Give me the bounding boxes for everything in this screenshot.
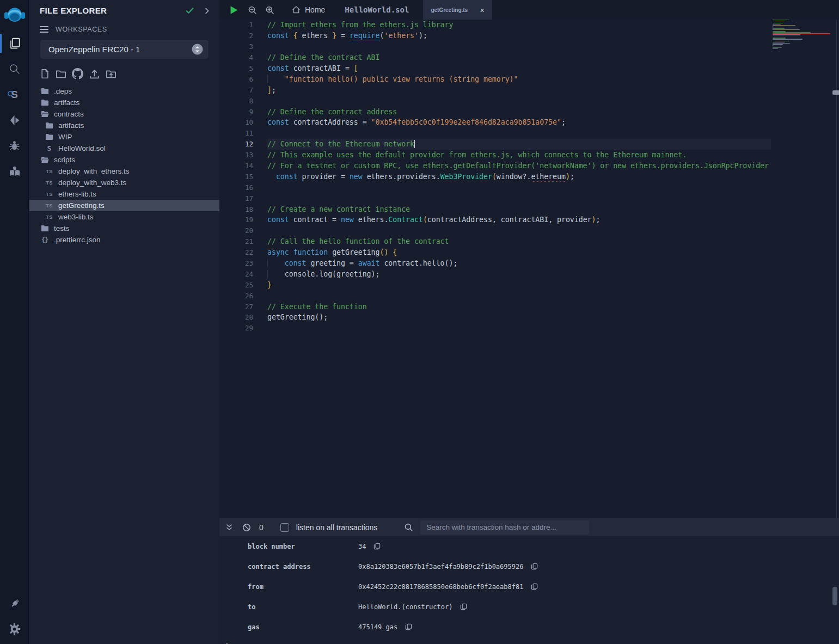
folder-icon — [40, 87, 50, 95]
terminal-header: 0 listen on all transactions — [219, 518, 839, 536]
file-tree-item-WIP[interactable]: WIP — [29, 131, 219, 143]
zoom-in-icon[interactable] — [265, 5, 274, 15]
code-line-27: 27// Execute the function — [219, 301, 771, 312]
terminal-prompt[interactable]: > — [226, 641, 839, 644]
file-tree-item-contracts[interactable]: contracts — [29, 108, 219, 120]
file-name: .prettierrc.json — [54, 236, 101, 244]
code-line-11: 11 — [219, 128, 771, 139]
file-name: web3-lib.ts — [58, 213, 94, 221]
workspace-updown-icon[interactable] — [192, 44, 203, 55]
code-line-9: 9// Define the contract address — [219, 106, 771, 117]
run-script-button[interactable] — [229, 5, 239, 15]
listen-transactions-label[interactable]: listen on all transactions — [296, 523, 377, 532]
terminal-scrollbar-thumb[interactable] — [832, 587, 837, 605]
copy-icon[interactable] — [373, 543, 381, 550]
transaction-search-input[interactable] — [420, 520, 589, 535]
folder-open-icon — [40, 110, 50, 118]
plugin-manager-icon[interactable] — [0, 591, 29, 616]
editor-scrollbar-thumb[interactable] — [832, 90, 839, 95]
file-explorer-panel: FILE EXPLORER WORKSPACES OpenZeppelin ER… — [29, 0, 219, 644]
file-tree-item-.deps[interactable]: .deps — [29, 85, 219, 97]
code-line-2: 2const { ethers } = require('ethers'); — [219, 30, 771, 41]
file-explorer-icon[interactable] — [0, 30, 29, 56]
minimap[interactable] — [773, 20, 835, 51]
workspace-selector[interactable]: OpenZeppelin ERC20 - 1 — [40, 40, 209, 59]
listen-transactions-checkbox[interactable] — [280, 523, 289, 532]
tab-bar: HomeHelloWorld.solgetGreeting.ts× — [219, 0, 839, 20]
upload-file-icon[interactable] — [89, 68, 100, 79]
file-tree-item-.prettierrc.json[interactable]: {}.prettierrc.json — [29, 234, 219, 246]
file-name: artifacts — [58, 121, 84, 130]
copy-icon[interactable] — [531, 583, 538, 590]
deploy-run-icon[interactable] — [0, 107, 29, 133]
close-tab-icon[interactable]: × — [480, 5, 485, 15]
clear-console-icon[interactable] — [242, 523, 251, 532]
file-tree-item-HelloWorld.sol[interactable]: SHelloWorld.sol — [29, 143, 219, 154]
code-line-16: 16 — [219, 182, 771, 193]
file-tree-item-deploy_with_ethers.ts[interactable]: TSdeploy_with_ethers.ts — [29, 165, 219, 177]
code-line-6: 6 "function hello() public view returns … — [219, 73, 771, 84]
debugger-icon[interactable] — [0, 133, 29, 158]
workspace-name: OpenZeppelin ERC20 - 1 — [48, 45, 192, 54]
file-tree-item-artifacts[interactable]: artifacts — [29, 120, 219, 131]
panel-title: FILE EXPLORER — [40, 6, 185, 15]
expand-terminal-icon[interactable] — [225, 523, 234, 532]
detail-value: 34 — [358, 543, 381, 550]
detail-label: from — [248, 583, 358, 591]
code-line-7: 7]; — [219, 84, 771, 95]
tab-label: Home — [305, 5, 325, 14]
tab-HelloWorld.sol[interactable]: HelloWorld.sol — [335, 0, 423, 20]
upload-folder-icon[interactable] — [106, 69, 117, 79]
search-icon[interactable] — [0, 56, 29, 82]
solidity-compiler-icon[interactable]: S — [0, 82, 29, 107]
tab-Home[interactable]: Home — [282, 0, 335, 20]
workspaces-menu-icon[interactable] — [40, 26, 48, 33]
learneth-icon[interactable] — [0, 158, 29, 184]
file-name: deploy_with_web3.ts — [58, 179, 126, 187]
file-name: ethers-lib.ts — [58, 190, 96, 198]
copy-icon[interactable] — [405, 623, 412, 630]
ts-file-icon: TS — [45, 168, 54, 174]
file-tree-item-artifacts[interactable]: artifacts — [29, 97, 219, 108]
new-folder-icon[interactable] — [56, 69, 66, 79]
activity-bar: S — [0, 0, 29, 644]
code-editor[interactable]: 1// Import ethers from the ethers.js lib… — [219, 20, 839, 518]
detail-label: contract address — [248, 563, 358, 571]
detail-value: 0x8a120383e6057b1f3aef4fa9b89c2f1b0a6959… — [358, 563, 538, 571]
code-line-14: 14// For a testnet or custom RPC, use et… — [219, 161, 771, 171]
copy-icon[interactable] — [460, 603, 467, 610]
code-line-8: 8 — [219, 95, 771, 106]
detail-value: 0x42452c22c88178685850e68beb6cf0f2aeab8f… — [358, 583, 538, 591]
code-line-15: 15 const provider = new ethers.providers… — [219, 171, 771, 182]
settings-icon[interactable] — [0, 616, 29, 642]
code-line-20: 20 — [219, 225, 771, 236]
folder-icon — [40, 99, 50, 107]
new-file-icon[interactable] — [40, 69, 50, 79]
tab-getGreeting.ts[interactable]: getGreeting.ts× — [423, 0, 492, 20]
home-icon — [292, 5, 301, 14]
transaction-detail-row: from0x42452c22c88178685850e68beb6cf0f2ae… — [219, 576, 839, 597]
file-tree-item-web3-lib.ts[interactable]: TSweb3-lib.ts — [29, 211, 219, 223]
check-icon[interactable] — [185, 6, 194, 15]
file-tree-item-deploy_with_web3.ts[interactable]: TSdeploy_with_web3.ts — [29, 177, 219, 188]
copy-icon[interactable] — [531, 563, 538, 570]
transaction-detail-row: block number34 — [219, 536, 839, 556]
explorer-toolbar — [40, 68, 219, 79]
remix-logo[interactable] — [0, 0, 29, 30]
file-tree-item-tests[interactable]: tests — [29, 223, 219, 234]
chevron-right-icon[interactable] — [203, 7, 211, 15]
file-tree-item-getGreeting.ts[interactable]: TSgetGreeting.ts — [29, 200, 219, 211]
github-icon[interactable] — [72, 68, 83, 79]
file-tree-item-ethers-lib.ts[interactable]: TSethers-lib.ts — [29, 188, 219, 200]
json-file-icon: {} — [40, 236, 50, 243]
code-line-19: 19const contract = new ethers.Contract(c… — [219, 214, 771, 225]
detail-label: block number — [248, 543, 358, 550]
code-line-13: 13// This example uses the default provi… — [219, 150, 771, 161]
file-tree-item-scripts[interactable]: scripts — [29, 154, 219, 165]
folder-icon — [45, 133, 54, 141]
code-line-12: 12// Connect to the Ethereum network — [219, 139, 771, 150]
file-name: WIP — [58, 133, 72, 141]
zoom-out-icon[interactable] — [248, 5, 257, 15]
terminal-panel: 0 listen on all transactions block numbe… — [219, 518, 839, 644]
detail-label: gas — [248, 623, 358, 631]
